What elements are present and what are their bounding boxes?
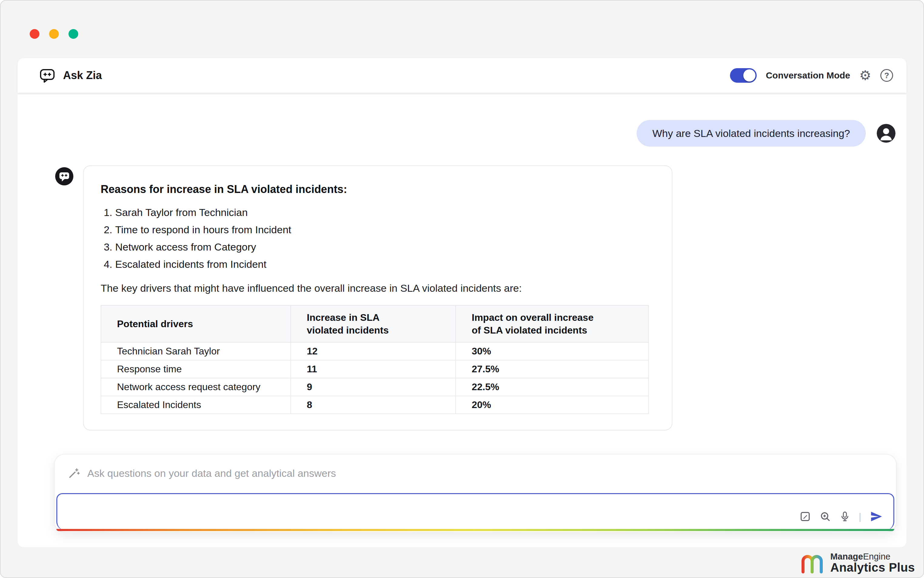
product-name: Analytics Plus <box>830 561 915 574</box>
user-message-bubble: Why are SLA violated incidents increasin… <box>637 120 866 147</box>
close-button[interactable] <box>30 29 39 39</box>
header-bar: Ask Zia Conversation Mode ⚙ ? <box>18 58 906 93</box>
drivers-intro-text: The key drivers that might have influenc… <box>101 283 654 294</box>
impact-cell: 27.5% <box>455 360 648 378</box>
user-message-row: Why are SLA violated incidents increasin… <box>637 120 895 147</box>
impact-cell: 20% <box>455 396 648 414</box>
settings-gear-icon[interactable]: ⚙ <box>859 69 871 82</box>
increase-cell: 11 <box>291 360 455 378</box>
message-input[interactable]: | <box>56 493 894 530</box>
increase-cell: 9 <box>291 378 455 396</box>
impact-cell: 22.5% <box>455 378 648 396</box>
brand-logo: ManageEngine Analytics Plus <box>800 552 915 574</box>
increase-cell: 8 <box>291 396 455 414</box>
composer-placeholder: Ask questions on your data and get analy… <box>87 468 336 479</box>
reason-list: Sarah Taylor from Technician Time to res… <box>101 206 654 270</box>
table-header-row: Potential drivers Increase in SLA violat… <box>101 305 648 342</box>
rainbow-border <box>56 529 894 531</box>
bot-message-card: Reasons for increase in SLA violated inc… <box>83 166 672 430</box>
minimize-button[interactable] <box>49 29 59 39</box>
drivers-table: Potential drivers Increase in SLA violat… <box>101 305 649 414</box>
toggle-knob <box>743 69 755 81</box>
column-header: Potential drivers <box>101 305 291 342</box>
page-title: Ask Zia <box>63 69 102 82</box>
conversation-mode-label: Conversation Mode <box>766 70 850 81</box>
add-report-icon[interactable] <box>799 511 811 522</box>
composer-input[interactable]: Ask questions on your data and get analy… <box>55 455 896 479</box>
column-header: Impact on overall increase of SLA violat… <box>455 305 648 342</box>
increase-cell: 12 <box>291 342 455 360</box>
bot-heading: Reasons for increase in SLA violated inc… <box>101 183 654 196</box>
table-row: Technician Sarah Taylor 12 30% <box>101 342 648 360</box>
brand-name: ManageEngine <box>830 552 915 561</box>
reason-item: Escalated incidents from Incident <box>115 258 654 270</box>
app-window: Ask Zia Conversation Mode ⚙ ? Why are SL… <box>0 0 924 578</box>
driver-cell: Network access request category <box>101 378 291 396</box>
impact-cell: 30% <box>455 342 648 360</box>
driver-cell: Technician Sarah Taylor <box>101 342 291 360</box>
reason-item: Time to respond in hours from Incident <box>115 224 654 236</box>
reason-item: Network access from Category <box>115 241 654 253</box>
table-row: Escalated Incidents 8 20% <box>101 396 648 414</box>
conversation-mode-toggle[interactable] <box>730 68 756 83</box>
reason-item: Sarah Taylor from Technician <box>115 206 654 218</box>
user-avatar <box>877 124 895 143</box>
zoom-in-icon[interactable] <box>820 511 831 522</box>
magic-wand-icon <box>68 467 80 479</box>
send-icon[interactable] <box>870 510 882 523</box>
help-icon[interactable]: ? <box>880 69 893 82</box>
composer-card: Ask questions on your data and get analy… <box>54 454 897 533</box>
analytics-plus-icon <box>800 552 824 574</box>
table-row: Network access request category 9 22.5% <box>101 378 648 396</box>
ask-zia-icon <box>39 68 55 83</box>
zia-bot-avatar <box>55 167 73 185</box>
table-row: Response time 11 27.5% <box>101 360 648 378</box>
driver-cell: Escalated Incidents <box>101 396 291 414</box>
driver-cell: Response time <box>101 360 291 378</box>
zoom-window-button[interactable] <box>68 29 78 39</box>
window-controls <box>30 29 78 39</box>
microphone-icon[interactable] <box>839 511 850 522</box>
column-header: Increase in SLA violated incidents <box>291 305 455 342</box>
icon-separator: | <box>859 511 861 522</box>
